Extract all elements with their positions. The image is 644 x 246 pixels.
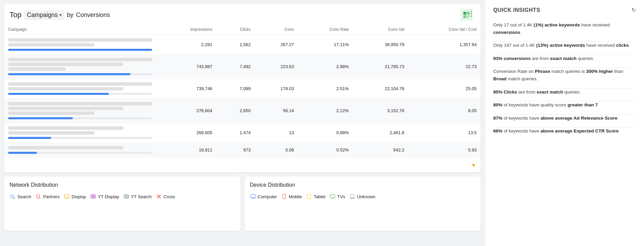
cell-impressions: 278,604 [156, 99, 216, 123]
cell-conv_rate: 2.51% [298, 79, 353, 99]
cell-conv_val: 2,461.8 [353, 123, 409, 143]
card-header: Top Campaigns ▾ by Conversions ⋮ [4, 4, 481, 24]
expand-icon: ▾ [472, 161, 475, 169]
table-row[interactable]: 19,9119735.080.52%642.25.93 [4, 143, 481, 158]
svg-line-5 [14, 198, 15, 199]
cell-conv: 267.27 [255, 35, 298, 55]
tablet-icon [306, 193, 312, 200]
legend-item-label: Tablet [314, 194, 326, 199]
campaign-cell [4, 35, 156, 55]
cell-clicks: 1,562 [216, 35, 255, 55]
cell-conv_val_cost: 5.93 [409, 143, 481, 158]
device-legend-item-tablet[interactable]: Tablet [306, 193, 326, 200]
network-legend-item-partners[interactable]: Partners [35, 193, 60, 200]
cell-conv_val: 22,104.78 [353, 79, 409, 99]
device-legend-item-mobile[interactable]: Mobile [281, 193, 302, 200]
cell-impressions: 2,281 [156, 35, 216, 55]
legend-item-label: YT Display [98, 194, 119, 199]
device-legend-item-computer[interactable]: Computer [250, 193, 277, 200]
campaigns-dropdown[interactable]: Campaigns ▾ [24, 10, 64, 20]
cell-impressions: 19,911 [156, 143, 216, 158]
col-clicks: Clicks [216, 24, 255, 35]
expand-button[interactable]: ▾ [4, 158, 481, 172]
table-row[interactable]: 268,6051,474130.88%2,461.813.5 [4, 123, 481, 143]
legend-item-label: Partners [43, 194, 60, 199]
network-dist-title: Network Distribution [9, 182, 235, 188]
cell-conv: 13 [255, 123, 298, 143]
insight-item-1: Only 197 out of 1.4K (13%) active keywor… [493, 42, 636, 55]
cell-conv_rate: 17.11% [298, 35, 353, 55]
table-row[interactable]: 743,9877,492223.632.98%21,785.7322.73 [4, 55, 481, 79]
table-row[interactable]: 2,2811,562267.2717.11%38,950.791,357.64 [4, 35, 481, 55]
device-legend-item-tvs[interactable]: TVs [330, 193, 345, 200]
bottom-row: Network Distribution SearchPartnersDispl… [4, 177, 481, 231]
mobile-icon [281, 193, 287, 200]
insight-item-2: 93% conversions are from exact match que… [493, 55, 636, 68]
cell-conv_val_cost: 25.05 [409, 79, 481, 99]
cell-conv_rate: 2.12% [298, 99, 353, 123]
more-options-button[interactable]: ⋮ [466, 8, 477, 19]
campaigns-label: Campaigns [27, 12, 58, 19]
table-row[interactable]: 739,7467,089178.032.51%22,104.7825.05 [4, 79, 481, 99]
insight-item-7: 66% of keywords have above average Expec… [493, 127, 636, 140]
svg-point-24 [309, 198, 309, 198]
svg-rect-28 [350, 194, 354, 198]
device-legend-item-unknown[interactable]: Unknown [349, 193, 375, 200]
insight-item-0: Only 17 out of 1.4K (1%) active keywords… [493, 21, 636, 42]
by-label: by [67, 12, 74, 19]
conversions-label: Conversions [76, 12, 110, 19]
col-conv-rate: Conv Rate [298, 24, 353, 35]
network-legend-item-display[interactable]: Display [64, 193, 86, 200]
refresh-button[interactable]: ↻ [631, 7, 636, 13]
insights-header: QUICK INSIGHTS ↻ [493, 7, 636, 13]
insights-panel: QUICK INSIGHTS ↻ Only 17 out of 1.4K (1%… [485, 0, 644, 246]
cell-conv_rate: 2.98% [298, 55, 353, 79]
cell-clicks: 973 [216, 143, 255, 158]
svg-rect-25 [330, 195, 335, 198]
svg-point-4 [11, 195, 14, 198]
cell-conv: 178.03 [255, 79, 298, 99]
cross-icon [156, 193, 162, 200]
cell-impressions: 268,605 [156, 123, 216, 143]
insight-item-6: 87% of keywords have above average Ad Re… [493, 115, 636, 128]
cell-conv_rate: 0.88% [298, 123, 353, 143]
legend-item-label: Search [17, 194, 31, 199]
insight-item-4: 95% Clicks are from exact match queries. [493, 88, 636, 102]
cell-conv_val: 642.2 [353, 143, 409, 158]
col-impressions: Impressions [156, 24, 216, 35]
cell-conv_val_cost: 13.5 [409, 123, 481, 143]
tvs-icon [330, 193, 336, 200]
cell-conv: 223.63 [255, 55, 298, 79]
insight-item-3: Conversion Rate on Phrase match queries … [493, 68, 636, 88]
cell-conv: 56.14 [255, 99, 298, 123]
cell-conv_val_cost: 8.05 [409, 99, 481, 123]
network-legend-item-yt-display[interactable]: YT Display [90, 193, 119, 200]
cell-conv_rate: 0.52% [298, 143, 353, 158]
insights-title: QUICK INSIGHTS [493, 7, 540, 13]
cell-conv_val: 38,950.79 [353, 35, 409, 55]
campaign-cell [4, 99, 156, 123]
unknown-icon [349, 193, 355, 200]
network-legend-item-cross[interactable]: Cross [156, 193, 175, 200]
svg-rect-8 [65, 195, 69, 198]
legend-item-label: Mobile [289, 194, 302, 199]
cell-conv: 5.08 [255, 143, 298, 158]
device-legend: ComputerMobileTabletTVsUnknown [250, 193, 476, 200]
network-legend: SearchPartnersDisplayYT DisplayYT Search… [9, 193, 235, 200]
legend-item-label: YT Search [131, 194, 152, 199]
top-campaigns-card: Top Campaigns ▾ by Conversions ⋮ [4, 4, 481, 172]
col-conv-val: Conv Val [353, 24, 409, 35]
network-legend-item-search[interactable]: Search [9, 193, 31, 200]
computer-icon [250, 193, 256, 200]
network-legend-item-yt-search[interactable]: YT Search [123, 193, 152, 200]
cell-conv_val: 21,785.73 [353, 55, 409, 79]
campaign-cell [4, 55, 156, 79]
legend-item-label: Display [71, 194, 86, 199]
legend-item-label: TVs [337, 194, 345, 199]
table-row[interactable]: 278,6042,65056.142.12%3,152.768.05 [4, 99, 481, 123]
yt display-icon [90, 193, 96, 200]
partners-icon [35, 193, 41, 200]
cell-conv_val_cost: 22.73 [409, 55, 481, 79]
campaigns-table: Campaign Impressions Clicks Conv Conv Ra… [4, 24, 481, 158]
display-icon [64, 193, 70, 200]
